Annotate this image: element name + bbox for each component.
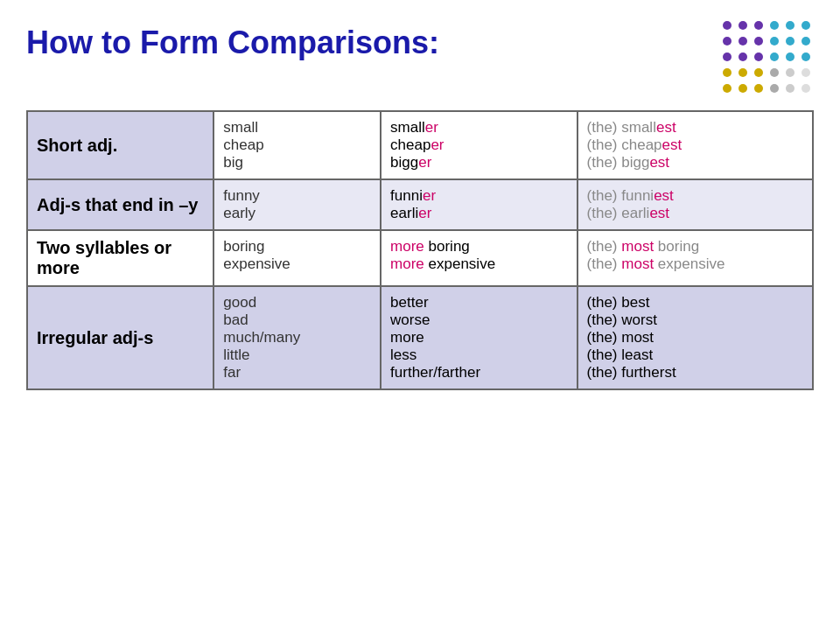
category-irreg: Irregular adj-s — [27, 286, 214, 389]
decoration-dot — [738, 68, 747, 77]
decoration-dot — [723, 37, 732, 46]
comparative-irreg: better worse more less further/farther — [381, 286, 578, 389]
category-two: Two syllables or more — [27, 230, 214, 286]
decoration-dot — [786, 84, 794, 93]
comparative-short: smaller cheaper bigger — [381, 111, 578, 179]
page-title: How to Form Comparisons: — [26, 18, 439, 61]
decoration-dot — [770, 37, 779, 46]
decoration-dot — [802, 52, 810, 61]
decoration-dot — [723, 84, 732, 93]
comparative-two: more boring more expensive — [381, 230, 578, 286]
comparative-adjy: funnier earlier — [381, 179, 578, 230]
decoration-dot — [754, 52, 763, 61]
decoration-dot — [738, 37, 747, 46]
category-short: Short adj. — [27, 111, 214, 179]
decoration-dot — [770, 52, 779, 61]
decoration-dot — [754, 21, 763, 30]
comparison-table: Short adj. small cheap big smaller cheap… — [26, 110, 814, 390]
base-irreg: good bad much/many little far — [214, 286, 381, 389]
superlative-irreg: (the) best (the) worst (the) most (the) … — [578, 286, 813, 389]
table-row: Short adj. small cheap big smaller cheap… — [27, 111, 813, 179]
dots-decoration — [723, 21, 814, 96]
page: How to Form Comparisons: Short adj. smal… — [0, 0, 840, 408]
table-row: Adj-s that end in –y funny early funnier… — [27, 179, 813, 230]
decoration-dot — [786, 68, 794, 77]
base-short: small cheap big — [214, 111, 381, 179]
decoration-dot — [802, 37, 810, 46]
table-row: Two syllables or more boring expensive m… — [27, 230, 813, 286]
decoration-dot — [754, 84, 763, 93]
decoration-dot — [802, 21, 810, 30]
base-two: boring expensive — [214, 230, 381, 286]
category-adjy: Adj-s that end in –y — [27, 179, 214, 230]
decoration-dot — [738, 84, 747, 93]
decoration-dot — [770, 68, 779, 77]
header: How to Form Comparisons: — [26, 18, 814, 96]
decoration-dot — [754, 37, 763, 46]
decoration-dot — [786, 21, 794, 30]
table-row: Irregular adj-s good bad much/many littl… — [27, 286, 813, 389]
superlative-two: (the) most boring (the) most expensive — [578, 230, 813, 286]
decoration-dot — [723, 21, 732, 30]
decoration-dot — [723, 52, 732, 61]
decoration-dot — [754, 68, 763, 77]
decoration-dot — [738, 21, 747, 30]
decoration-dot — [802, 84, 810, 93]
decoration-dot — [723, 68, 732, 77]
decoration-dot — [786, 37, 794, 46]
decoration-dot — [738, 52, 747, 61]
decoration-dot — [786, 52, 794, 61]
decoration-dot — [770, 21, 779, 30]
decoration-dot — [802, 68, 810, 77]
superlative-adjy: (the) funniest (the) earliest — [578, 179, 813, 230]
base-adjy: funny early — [214, 179, 381, 230]
superlative-short: (the) smallest (the) cheapest (the) bigg… — [578, 111, 813, 179]
decoration-dot — [770, 84, 779, 93]
